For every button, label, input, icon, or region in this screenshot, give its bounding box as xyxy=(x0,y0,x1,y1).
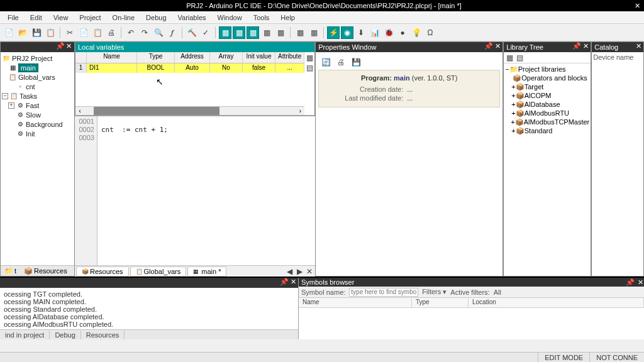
col-attr[interactable]: Attribute xyxy=(275,52,304,63)
undo-icon[interactable]: ↶ xyxy=(125,26,137,39)
code-editor[interactable]: 0001 0002 0003 cnt := cnt + 1; xyxy=(75,116,315,265)
col-num[interactable] xyxy=(75,52,87,63)
menu-online[interactable]: On-line xyxy=(108,13,140,23)
cell-array[interactable]: No xyxy=(210,63,243,73)
tab-main[interactable]: ▦main * xyxy=(187,266,226,277)
lib-item[interactable]: AlCOPM xyxy=(525,92,552,99)
col-name[interactable]: Name xyxy=(87,52,137,63)
open-file-icon[interactable]: 📂 xyxy=(16,26,29,39)
debug-icon[interactable]: 🐞 xyxy=(382,26,395,39)
tree-node-main[interactable]: main xyxy=(18,63,38,72)
print-icon[interactable]: 🖨 xyxy=(105,26,118,39)
grid-icon[interactable]: ▦ xyxy=(294,26,306,39)
hint-icon[interactable]: 💡 xyxy=(410,26,423,39)
tab-resources[interactable]: 📦Resources xyxy=(20,266,71,276)
save-all-icon[interactable]: 📋 xyxy=(44,26,57,39)
lib-item[interactable]: AlModbusRTU xyxy=(525,109,569,117)
project-root[interactable]: PRJ2 Project xyxy=(12,55,52,62)
download-icon[interactable]: ⬇ xyxy=(355,26,367,39)
pin-icon[interactable]: 📌 xyxy=(56,42,65,50)
tree-node-background[interactable]: Background xyxy=(26,121,63,128)
panel-toggle-icon[interactable]: ▦ xyxy=(219,26,231,39)
tree-node-cnt[interactable]: cnt xyxy=(26,83,35,90)
cell-type[interactable]: BOOL xyxy=(137,63,175,73)
tab-find[interactable]: ind in project xyxy=(0,331,50,339)
paste-icon[interactable]: 📋 xyxy=(91,26,104,39)
close-icon[interactable]: ✕ xyxy=(581,42,590,50)
table-row[interactable]: 1 DI1 BOOL Auto No false ... xyxy=(75,63,304,73)
col-location[interactable]: Location xyxy=(469,298,644,307)
cell-init[interactable]: false xyxy=(243,63,275,73)
output-text[interactable]: ocessing TGT completed. ocessing MAIN co… xyxy=(0,288,298,329)
menu-help[interactable]: Help xyxy=(275,13,300,23)
code-area[interactable]: cnt := cnt + 1; xyxy=(97,116,315,265)
menu-tools[interactable]: Tools xyxy=(248,13,275,23)
menu-window[interactable]: Window xyxy=(213,13,247,23)
close-icon[interactable]: ✕ xyxy=(65,42,74,50)
lib-item[interactable]: AlDatabase xyxy=(525,101,560,108)
col-init[interactable]: Init value xyxy=(243,52,275,63)
close-icon[interactable]: ✕ xyxy=(289,278,297,286)
connect-icon[interactable]: ⚡ xyxy=(327,26,340,39)
tree-node-fast[interactable]: Fast xyxy=(26,102,39,109)
library-tree[interactable]: −📁Project libraries 📦Operators and block… xyxy=(504,63,591,276)
target-icon[interactable]: ◉ xyxy=(341,26,353,39)
cell-name[interactable]: DI1 xyxy=(87,63,137,73)
menu-edit[interactable]: Edit xyxy=(25,13,47,23)
monitor-icon[interactable]: 📊 xyxy=(369,26,381,39)
col-type[interactable]: Type xyxy=(137,52,175,63)
menu-variables[interactable]: Variables xyxy=(173,13,211,23)
close-icon[interactable]: ✕ xyxy=(493,42,502,50)
pin-icon[interactable]: 📌 xyxy=(280,278,289,286)
h-scrollbar[interactable]: ‹ › xyxy=(75,106,304,115)
menu-view[interactable]: View xyxy=(48,13,74,23)
lib-item[interactable]: Operators and blocks xyxy=(521,74,587,82)
project-tree[interactable]: 📁PRJ2 Project ▦main 📋Global_vars ▫cnt −📋… xyxy=(1,52,74,265)
add-row-icon[interactable]: ▤ xyxy=(305,63,314,72)
menu-file[interactable]: File xyxy=(3,13,24,23)
lib-filter-icon[interactable]: ▤ xyxy=(515,53,524,62)
tab-project[interactable]: 📁t xyxy=(1,266,20,276)
grid-icon[interactable]: ▦ xyxy=(308,26,320,39)
col-address[interactable]: Address xyxy=(175,52,210,63)
record-icon[interactable]: ● xyxy=(396,26,409,39)
menu-debug[interactable]: Debug xyxy=(141,13,171,23)
omega-icon[interactable]: Ω xyxy=(424,26,436,39)
save-icon[interactable]: 💾 xyxy=(350,56,362,69)
lib-item[interactable]: Target xyxy=(525,83,544,90)
check-icon[interactable]: ✓ xyxy=(199,26,212,39)
collapse-icon[interactable]: − xyxy=(2,93,8,99)
symbols-body[interactable] xyxy=(299,308,644,339)
panel-toggle-icon[interactable]: ▦ xyxy=(233,26,245,39)
lib-item[interactable]: AlModbusTCPMaster xyxy=(524,118,590,126)
cell-attr[interactable]: ... xyxy=(275,63,304,73)
localvars-body[interactable]: 1 DI1 BOOL Auto No false ... xyxy=(75,63,304,106)
tab-debug[interactable]: Debug xyxy=(50,331,80,339)
prev-tab-icon[interactable]: ◀ xyxy=(285,267,294,276)
close-tab-icon[interactable]: ✕ xyxy=(305,267,314,276)
col-type[interactable]: Type xyxy=(412,298,469,307)
symbol-search-input[interactable] xyxy=(349,288,418,297)
find-icon[interactable]: 🔍 xyxy=(152,26,165,39)
save-icon[interactable]: 💾 xyxy=(30,26,43,39)
copy-icon[interactable]: 📄 xyxy=(77,26,90,39)
close-icon[interactable]: ✕ xyxy=(634,42,643,50)
expand-icon[interactable]: + xyxy=(8,102,14,109)
cut-icon[interactable]: ✂ xyxy=(64,26,76,39)
filters-button[interactable]: Filters ▾ xyxy=(422,288,447,296)
new-file-icon[interactable]: 📄 xyxy=(3,26,15,39)
refresh-icon[interactable]: 🔄 xyxy=(319,56,332,69)
pin-icon[interactable]: 📌 xyxy=(626,278,635,287)
tab-resources[interactable]: Resources xyxy=(81,331,125,339)
compile-icon[interactable]: 🔨 xyxy=(186,26,198,39)
lib-view-icon[interactable]: ▦ xyxy=(505,53,514,62)
panel-toggle-icon[interactable]: ▦ xyxy=(260,26,273,39)
pin-icon[interactable]: 📌 xyxy=(572,42,581,50)
replace-icon[interactable]: 𝒇 xyxy=(166,26,179,39)
col-name[interactable]: Name xyxy=(299,298,412,307)
grid-options-icon[interactable]: ▦ xyxy=(305,53,314,62)
tree-node-globals[interactable]: Global_vars xyxy=(18,74,55,81)
tree-node-init[interactable]: Init xyxy=(26,130,35,138)
tree-node-tasks[interactable]: Tasks xyxy=(19,92,37,100)
panel-toggle-icon[interactable]: ▦ xyxy=(274,26,287,39)
